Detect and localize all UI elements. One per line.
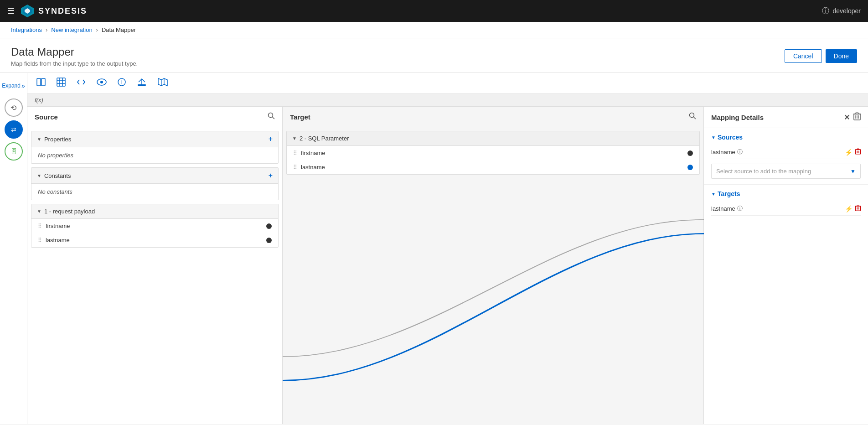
target-firstname-row[interactable]: ⠿ firstname	[287, 146, 699, 160]
mapping-sources-section: ▼ Sources lastname ⓘ ⚡	[704, 128, 868, 184]
constants-section-header[interactable]: ▼ Constants +	[31, 168, 278, 184]
preview-icon[interactable]	[95, 78, 108, 89]
source-properties-section: ▼ Properties + No properties	[31, 131, 279, 164]
info-icon[interactable]: i	[116, 77, 128, 89]
target-lastname-dot	[687, 165, 693, 170]
target-firstname-drag: ⠿	[293, 150, 297, 156]
page-header-left: Data Mapper Map fields from the input ty…	[11, 46, 138, 67]
svg-rect-5	[57, 78, 65, 86]
mapping-delete-icon[interactable]	[853, 112, 861, 122]
svg-point-19	[269, 113, 273, 118]
cancel-button[interactable]: Cancel	[785, 49, 822, 63]
mapper-workspace: i f(x) Source	[27, 73, 868, 424]
payload-chevron-icon: ▼	[37, 209, 41, 214]
columns-view-icon[interactable]	[35, 77, 47, 90]
properties-title: Properties	[44, 136, 71, 143]
properties-empty-text: No properties	[31, 147, 278, 163]
properties-add-icon[interactable]: +	[269, 135, 273, 143]
lastname-drag-handle: ⠿	[38, 237, 42, 244]
mapper-panels: Source ▼ Properties + No properties	[27, 107, 868, 424]
mapping-target-lastname: lastname ⓘ	[711, 205, 743, 212]
breadcrumb-new-integration[interactable]: New integration	[51, 26, 92, 33]
source-constants-section: ▼ Constants + No constants	[31, 167, 279, 200]
target-panel-header: Target	[283, 107, 703, 127]
hamburger-icon[interactable]: ☰	[7, 6, 15, 16]
target-search-icon[interactable]	[689, 112, 696, 121]
user-label: developer	[833, 7, 861, 15]
source-search-icon[interactable]	[268, 112, 275, 121]
svg-rect-31	[857, 149, 859, 150]
payload-section-header[interactable]: ▼ 1 - request payload	[31, 204, 278, 219]
mapping-details-panel: Mapping Details ✕ ▼ Sources	[704, 107, 868, 424]
source-lightning-icon[interactable]: ⚡	[845, 149, 852, 156]
source-lastname-dot	[266, 238, 272, 243]
source-delete-icon[interactable]	[855, 148, 861, 156]
sidebar-database-btn[interactable]: 🗄	[5, 142, 23, 161]
source-lastname-row[interactable]: ⠿ lastname	[31, 233, 278, 247]
payload-title: 1 - request payload	[44, 208, 95, 215]
code-view-icon[interactable]	[75, 77, 88, 90]
breadcrumb: Integrations › New integration › Data Ma…	[0, 22, 868, 38]
svg-point-11	[100, 81, 103, 83]
target-lastname-info-icon[interactable]: ⓘ	[737, 205, 743, 212]
constants-empty-text: No constants	[31, 184, 278, 200]
help-icon[interactable]: ⓘ	[822, 6, 829, 16]
page-header-actions: Cancel Done	[785, 49, 857, 63]
breadcrumb-current: Data Mapper	[102, 26, 136, 33]
target-sql-section: ▼ 2 - SQL Parameter ⠿ firstname ⠿ lastna…	[286, 131, 700, 175]
svg-marker-16	[158, 78, 167, 86]
expand-button[interactable]: Expand »	[0, 80, 27, 91]
source-firstname-row[interactable]: ⠿ firstname	[31, 219, 278, 233]
nav-left: ☰ SYNDESIS	[7, 4, 87, 18]
target-lastname-row[interactable]: ⠿ lastname	[287, 160, 699, 174]
svg-rect-3	[37, 78, 41, 86]
expand-arrows-icon: »	[21, 82, 25, 89]
source-payload-section: ▼ 1 - request payload ⠿ firstname ⠿ last…	[31, 204, 279, 248]
sidebar-webhook-btn[interactable]: ⟲	[5, 98, 23, 117]
constants-add-icon[interactable]: +	[269, 171, 273, 180]
targets-chevron-icon: ▼	[711, 192, 716, 197]
formula-label: f(x)	[35, 97, 43, 104]
constants-title: Constants	[44, 172, 71, 179]
mapping-sources-title[interactable]: ▼ Sources	[711, 134, 861, 141]
properties-title-row: ▼ Properties	[37, 136, 71, 143]
mapping-targets-title[interactable]: ▼ Targets	[711, 190, 861, 197]
mapping-details-title: Mapping Details	[711, 114, 764, 121]
sql-section-header[interactable]: ▼ 2 - SQL Parameter	[287, 131, 699, 146]
sidebar-transform-btn[interactable]: ⇄	[5, 120, 23, 139]
select-source-dropdown[interactable]: Select source to add to the mapping ▼	[711, 164, 861, 179]
webhook-icon: ⟲	[10, 104, 16, 112]
mapping-close-icon[interactable]: ✕	[844, 113, 850, 122]
target-delete-icon[interactable]	[855, 205, 861, 212]
target-lastname-label: lastname	[301, 164, 684, 171]
source-lastname-info-icon[interactable]: ⓘ	[737, 148, 743, 156]
mapping-targets-section: ▼ Targets lastname ⓘ ⚡	[704, 185, 868, 221]
svg-rect-37	[857, 205, 859, 206]
map-icon[interactable]	[156, 77, 170, 90]
page-title: Data Mapper	[11, 46, 138, 58]
target-with-lines: Target ▼ 2 - SQL Parameter	[283, 107, 704, 424]
logo-icon	[20, 4, 35, 18]
target-title: Target	[290, 113, 310, 121]
import-icon[interactable]	[135, 77, 149, 90]
top-navigation: ☰ SYNDESIS ⓘ developer	[0, 0, 868, 22]
mapping-target-lastname-row: lastname ⓘ ⚡	[711, 202, 861, 216]
main-content: Expand » ⟲ ⇄ 🗄	[0, 73, 868, 424]
breadcrumb-integrations[interactable]: Integrations	[11, 26, 42, 33]
svg-rect-4	[41, 78, 45, 86]
page-header: Data Mapper Map fields from the input ty…	[0, 38, 868, 73]
target-lastname-actions: ⚡	[845, 205, 861, 212]
target-lastname-drag: ⠿	[293, 164, 297, 171]
target-firstname-dot	[687, 150, 693, 156]
properties-section-header[interactable]: ▼ Properties +	[31, 131, 278, 147]
left-sidebar: Expand » ⟲ ⇄ 🗄	[0, 73, 27, 424]
done-button[interactable]: Done	[826, 49, 857, 63]
table-view-icon[interactable]	[55, 77, 67, 90]
source-firstname-label: firstname	[46, 223, 263, 229]
target-lightning-icon[interactable]: ⚡	[845, 205, 852, 212]
sql-chevron-icon: ▼	[292, 136, 297, 141]
breadcrumb-sep-1: ›	[46, 26, 47, 33]
sql-title: 2 - SQL Parameter	[300, 135, 349, 142]
firstname-drag-handle: ⠿	[38, 223, 42, 229]
svg-point-21	[690, 113, 694, 118]
